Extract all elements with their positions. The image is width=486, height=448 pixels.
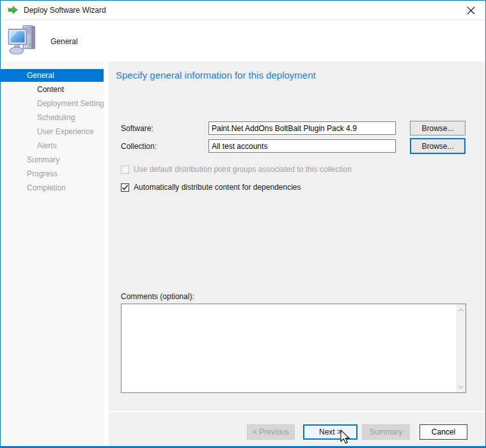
sidebar-item-label: Summary: [27, 155, 59, 164]
sidebar-item-label: User Experience: [37, 127, 94, 136]
close-button[interactable]: [457, 1, 485, 20]
previous-button: < Previous: [247, 424, 295, 440]
sidebar-item-label: Content: [37, 85, 64, 94]
sidebar-item-label: Progress: [27, 169, 58, 178]
sidebar-item-label: Alerts: [37, 141, 57, 150]
page-title: Specify general information for this dep…: [116, 70, 316, 81]
sidebar-item-general[interactable]: General: [1, 69, 104, 82]
wizard-body: General Content Deployment Settings Sche…: [1, 61, 485, 446]
sidebar-item-user-experience[interactable]: User Experience: [1, 125, 104, 139]
sidebar-item-scheduling[interactable]: Scheduling: [1, 111, 104, 125]
close-icon: [467, 6, 475, 15]
deploy-software-wizard-window: Deploy Software Wizard: [0, 0, 486, 448]
checkmark-icon: [122, 184, 129, 191]
comments-textarea[interactable]: [122, 304, 456, 392]
collection-input[interactable]: [208, 139, 396, 153]
green-arrow-icon: [8, 5, 19, 15]
software-input[interactable]: [208, 121, 396, 135]
software-label: Software:: [121, 124, 153, 133]
sidebar-item-summary[interactable]: Summary: [1, 153, 104, 167]
sidebar-separator: [104, 61, 109, 446]
browse-collection-button[interactable]: Browse...: [410, 138, 466, 154]
next-button[interactable]: Next >: [303, 424, 357, 440]
sidebar-item-deployment-settings[interactable]: Deployment Settings: [1, 97, 104, 111]
auto-distribute-checkbox[interactable]: [121, 183, 129, 192]
wizard-steps-sidebar: General Content Deployment Settings Sche…: [1, 61, 104, 446]
collection-label: Collection:: [121, 142, 157, 151]
sidebar-item-alerts[interactable]: Alerts: [1, 139, 104, 153]
footer-separator: [109, 411, 485, 412]
scroll-down-icon[interactable]: [456, 382, 466, 392]
sidebar-item-label: Completion: [27, 183, 66, 192]
wizard-header: General: [1, 20, 485, 61]
default-dp-checkbox-label: Use default distribution point groups as…: [134, 165, 352, 174]
browse-software-button[interactable]: Browse...: [410, 121, 466, 135]
sidebar-item-label: General: [27, 71, 54, 80]
comments-field: [121, 304, 466, 393]
scroll-up-icon[interactable]: [456, 305, 466, 314]
comments-scrollbar[interactable]: [456, 304, 466, 392]
header-step-title: General: [51, 37, 78, 46]
cancel-button[interactable]: Cancel: [419, 424, 467, 440]
default-dp-checkbox: [121, 166, 129, 174]
computer-icon: [7, 24, 38, 56]
sidebar-item-content[interactable]: Content: [1, 83, 104, 97]
comments-label: Comments (optional):: [121, 292, 194, 301]
sidebar-item-progress[interactable]: Progress: [1, 167, 104, 182]
auto-distribute-checkbox-label: Automatically distribute content for dep…: [134, 183, 301, 192]
window-title: Deploy Software Wizard: [24, 6, 106, 15]
default-dp-checkbox-row: Use default distribution point groups as…: [121, 165, 352, 174]
main-panel: Specify general information for this dep…: [109, 61, 485, 446]
summary-button: Summary: [362, 424, 410, 440]
auto-distribute-checkbox-row[interactable]: Automatically distribute content for dep…: [121, 183, 301, 192]
sidebar-item-label: Deployment Settings: [37, 99, 108, 108]
title-bar: Deploy Software Wizard: [1, 1, 485, 20]
sidebar-item-completion[interactable]: Completion: [1, 182, 104, 196]
sidebar-item-label: Scheduling: [37, 113, 75, 122]
